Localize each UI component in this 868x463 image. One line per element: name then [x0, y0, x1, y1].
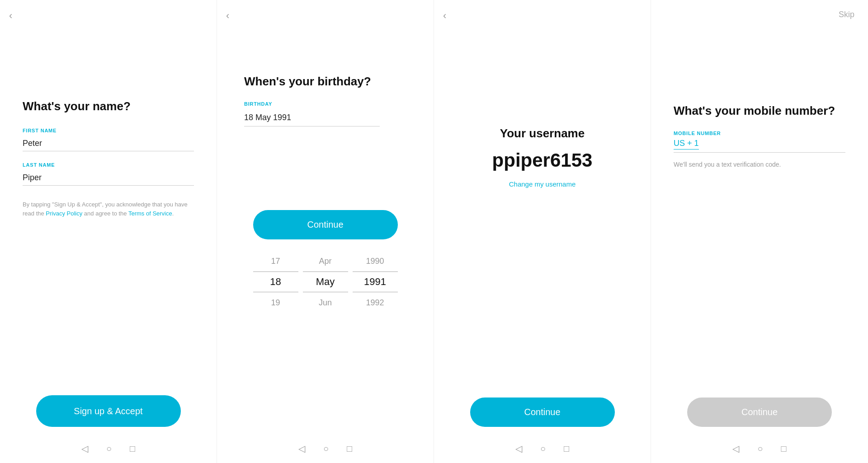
username-panel-content: Your username ppiper6153 Change my usern…: [434, 126, 651, 188]
username-panel-title: Your username: [500, 126, 585, 140]
signup-accept-button[interactable]: Sign up & Accept: [36, 395, 181, 427]
nav-home-icon-4[interactable]: ○: [757, 444, 763, 454]
terms-middle: and agree to the: [82, 210, 128, 217]
day-picker-col[interactable]: 17 18 19: [253, 251, 298, 313]
name-panel-content: What's your name? FIRST NAME LAST NAME B…: [0, 99, 217, 218]
first-name-label: FIRST NAME: [23, 128, 57, 133]
nav-square-icon-4[interactable]: □: [781, 444, 787, 454]
mobile-continue-button[interactable]: Continue: [687, 398, 832, 427]
birthday-panel: ‹ When's your birthday? BIRTHDAY 18 May …: [217, 0, 434, 463]
date-picker: 17 18 19 Apr May Jun 1990 1991 1992: [249, 251, 402, 313]
bottom-nav-4: ◁ ○ □: [651, 443, 868, 454]
nav-square-icon-2[interactable]: □: [347, 444, 352, 454]
skip-button[interactable]: Skip: [839, 10, 854, 19]
back-arrow-3[interactable]: ‹: [443, 10, 446, 22]
mobile-number-input[interactable]: [706, 140, 845, 150]
year-selected: 1991: [353, 271, 398, 292]
back-arrow-1[interactable]: ‹: [9, 10, 12, 22]
nav-square-icon-1[interactable]: □: [130, 444, 135, 454]
month-selected: May: [303, 271, 348, 292]
nav-back-icon-2[interactable]: ◁: [298, 443, 305, 454]
birthday-continue-button[interactable]: Continue: [253, 210, 398, 239]
nav-home-icon-1[interactable]: ○: [106, 444, 112, 454]
nav-home-icon-3[interactable]: ○: [540, 444, 546, 454]
name-panel: ‹ What's your name? FIRST NAME LAST NAME…: [0, 0, 217, 463]
day-selected: 18: [253, 271, 298, 292]
mobile-panel-content: What's your mobile number? MOBILE NUMBER…: [651, 104, 868, 168]
privacy-policy-link[interactable]: Privacy Policy: [46, 210, 82, 217]
birthday-panel-content: When's your birthday? BIRTHDAY 18 May 19…: [217, 75, 434, 131]
mobile-number-label: MOBILE NUMBER: [674, 131, 721, 136]
day-next: 19: [253, 292, 298, 313]
day-prev: 17: [253, 251, 298, 271]
change-username-link[interactable]: Change my username: [509, 180, 576, 188]
birthday-label: BIRTHDAY: [244, 101, 272, 107]
terms-of-service-link[interactable]: Terms of Service: [128, 210, 172, 217]
nav-square-icon-3[interactable]: □: [564, 444, 569, 454]
last-name-input[interactable]: [23, 170, 194, 186]
nav-back-icon-1[interactable]: ◁: [81, 443, 88, 454]
bottom-nav-1: ◁ ○ □: [0, 443, 217, 454]
year-picker-col[interactable]: 1990 1991 1992: [353, 251, 398, 313]
name-panel-title: What's your name?: [23, 99, 131, 113]
username-continue-button[interactable]: Continue: [470, 398, 615, 427]
bottom-nav-2: ◁ ○ □: [217, 443, 434, 454]
back-arrow-2[interactable]: ‹: [226, 10, 229, 22]
birthday-value: 18 May 1991: [244, 109, 380, 126]
nav-back-icon-4[interactable]: ◁: [732, 443, 739, 454]
bottom-nav-3: ◁ ○ □: [434, 443, 651, 454]
nav-back-icon-3[interactable]: ◁: [515, 443, 522, 454]
year-next: 1992: [353, 292, 398, 313]
country-code[interactable]: US + 1: [674, 139, 699, 150]
verification-text: We'll send you a text verification code.: [674, 161, 781, 168]
mobile-input-row: US + 1: [674, 139, 845, 153]
terms-text: By tapping "Sign Up & Accept", you ackno…: [23, 200, 194, 218]
nav-home-icon-2[interactable]: ○: [323, 444, 329, 454]
month-picker-col[interactable]: Apr May Jun: [303, 251, 348, 313]
birthday-panel-title: When's your birthday?: [244, 75, 371, 89]
month-next: Jun: [303, 292, 348, 313]
username-display: ppiper6153: [492, 150, 593, 171]
year-prev: 1990: [353, 251, 398, 271]
username-panel: ‹ Your username ppiper6153 Change my use…: [434, 0, 651, 463]
month-prev: Apr: [303, 251, 348, 271]
terms-end: .: [172, 210, 174, 217]
mobile-panel-title: What's your mobile number?: [674, 104, 835, 118]
first-name-input[interactable]: [23, 136, 194, 151]
last-name-label: LAST NAME: [23, 162, 55, 168]
mobile-panel: Skip What's your mobile number? MOBILE N…: [651, 0, 868, 463]
